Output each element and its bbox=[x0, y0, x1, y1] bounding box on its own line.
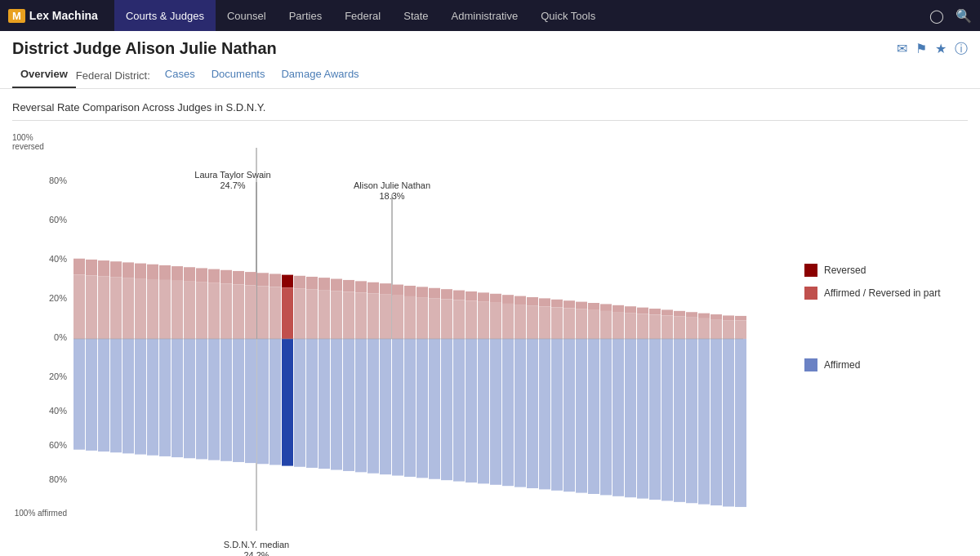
svg-rect-7 bbox=[86, 275, 97, 339]
help-icon[interactable]: ⓘ bbox=[955, 41, 968, 58]
chart-area: 100% reversed 80% 60% 40% 20% 0% 20% 40%… bbox=[12, 133, 788, 556]
tab-documents[interactable]: Documents bbox=[203, 63, 274, 88]
svg-rect-28 bbox=[172, 281, 183, 339]
main-content: Reversal Rate Comparison Across Judges i… bbox=[0, 89, 980, 556]
svg-rect-30 bbox=[184, 267, 195, 282]
svg-rect-13 bbox=[110, 277, 122, 339]
svg-rect-134 bbox=[600, 339, 612, 495]
svg-rect-88 bbox=[416, 297, 428, 339]
svg-rect-120 bbox=[551, 300, 563, 308]
legend-reversed-color bbox=[804, 264, 817, 277]
svg-rect-4 bbox=[74, 274, 85, 339]
logo-text: Lex Machina bbox=[29, 9, 98, 22]
svg-rect-6 bbox=[86, 260, 97, 275]
legend-affirmed-label: Affirmed bbox=[824, 359, 860, 371]
page-header: District Judge Alison Julie Nathan ✉ ⚑ ★… bbox=[0, 31, 980, 89]
reversal-chart-svg: Laura Taylor Swain 24.7% Alison Julie Na… bbox=[74, 133, 747, 556]
svg-rect-55 bbox=[282, 287, 293, 339]
svg-rect-98 bbox=[453, 339, 465, 482]
svg-rect-81 bbox=[392, 285, 403, 296]
nav-item-federal[interactable]: Federal bbox=[333, 0, 392, 31]
nav-item-parties[interactable]: Parties bbox=[278, 0, 333, 31]
logo[interactable]: M Lex Machina bbox=[8, 9, 98, 23]
svg-rect-29 bbox=[172, 339, 183, 457]
search-icon[interactable]: 🔍 bbox=[956, 8, 972, 24]
tab-damage-awards[interactable]: Damage Awards bbox=[273, 63, 367, 88]
annotation-swain-name: Laura Taylor Swain bbox=[194, 170, 270, 180]
svg-rect-166 bbox=[735, 321, 746, 339]
svg-rect-11 bbox=[98, 339, 109, 451]
svg-rect-53 bbox=[270, 339, 281, 465]
svg-rect-118 bbox=[539, 306, 550, 339]
svg-rect-85 bbox=[404, 296, 416, 339]
legend-affirmed-reversed-label: Affirmed / Reversed in part bbox=[824, 287, 941, 299]
annotation-nathan-pct: 18.3% bbox=[379, 191, 404, 201]
svg-rect-105 bbox=[490, 294, 501, 303]
svg-rect-112 bbox=[514, 305, 526, 339]
nav-item-counsel[interactable]: Counsel bbox=[216, 0, 278, 31]
svg-rect-5 bbox=[74, 339, 85, 450]
y-label-60aff: 60% bbox=[49, 440, 67, 450]
tab-overview[interactable]: Overview bbox=[12, 63, 76, 88]
svg-rect-77 bbox=[368, 339, 379, 474]
svg-rect-71 bbox=[343, 339, 354, 471]
legend-reversed: Reversed bbox=[804, 264, 968, 277]
svg-rect-106 bbox=[490, 303, 501, 339]
svg-rect-160 bbox=[710, 319, 722, 339]
y-label-100aff: 100% affirmed bbox=[15, 509, 67, 518]
svg-rect-75 bbox=[368, 282, 379, 294]
svg-rect-47 bbox=[245, 339, 256, 463]
svg-rect-107 bbox=[490, 339, 501, 485]
svg-rect-161 bbox=[710, 339, 722, 505]
svg-rect-67 bbox=[331, 291, 342, 339]
navigation: M Lex Machina Courts & Judges Counsel Pa… bbox=[0, 0, 980, 31]
svg-rect-50 bbox=[257, 339, 269, 464]
svg-rect-133 bbox=[600, 311, 612, 339]
breadcrumb-label: Federal District: bbox=[76, 69, 150, 82]
svg-rect-95 bbox=[441, 339, 452, 480]
logo-m-icon: M bbox=[8, 9, 25, 23]
svg-rect-156 bbox=[698, 314, 710, 318]
svg-rect-23 bbox=[147, 339, 158, 456]
svg-rect-39 bbox=[220, 270, 232, 284]
page-title: District Judge Alison Julie Nathan bbox=[12, 39, 968, 58]
user-icon[interactable]: ◯ bbox=[929, 8, 944, 24]
svg-rect-130 bbox=[588, 310, 599, 339]
svg-rect-9 bbox=[98, 260, 109, 276]
svg-rect-76 bbox=[368, 294, 379, 339]
svg-rect-144 bbox=[649, 309, 661, 314]
svg-rect-113 bbox=[514, 339, 526, 487]
nav-item-administrative[interactable]: Administrative bbox=[440, 0, 530, 31]
svg-rect-63 bbox=[318, 278, 330, 290]
svg-rect-122 bbox=[551, 339, 563, 491]
svg-rect-158 bbox=[698, 339, 710, 505]
svg-rect-89 bbox=[416, 339, 428, 478]
svg-rect-59 bbox=[294, 339, 305, 467]
tab-cases[interactable]: Cases bbox=[157, 63, 203, 88]
nav-item-quick-tools[interactable]: Quick Tools bbox=[529, 0, 607, 31]
nav-right-icons: ◯ 🔍 bbox=[929, 8, 972, 24]
y-label-40aff: 40% bbox=[49, 406, 67, 416]
svg-rect-165 bbox=[735, 316, 746, 321]
svg-rect-102 bbox=[478, 292, 489, 301]
bookmark-icon[interactable]: ⚑ bbox=[915, 41, 927, 58]
svg-rect-164 bbox=[723, 339, 734, 506]
legend-affirmed: Affirmed bbox=[804, 358, 968, 371]
svg-rect-109 bbox=[502, 304, 514, 339]
svg-rect-167 bbox=[735, 339, 746, 507]
star-icon[interactable]: ★ bbox=[935, 41, 947, 58]
svg-rect-119 bbox=[539, 339, 550, 489]
svg-rect-20 bbox=[135, 339, 146, 455]
chart-container: 100% reversed 80% 60% 40% 20% 0% 20% 40%… bbox=[12, 133, 968, 556]
svg-rect-140 bbox=[625, 339, 636, 497]
svg-rect-86 bbox=[404, 339, 416, 477]
svg-rect-31 bbox=[184, 282, 195, 339]
svg-rect-149 bbox=[662, 339, 673, 500]
svg-rect-17 bbox=[122, 339, 134, 453]
nav-item-courts-judges[interactable]: Courts & Judges bbox=[114, 0, 216, 31]
svg-rect-114 bbox=[527, 297, 538, 305]
nav-item-state[interactable]: State bbox=[392, 0, 439, 31]
email-icon[interactable]: ✉ bbox=[897, 41, 907, 58]
legend-affirmed-reversed-part: Affirmed / Reversed in part bbox=[804, 287, 968, 300]
svg-rect-44 bbox=[233, 339, 244, 462]
